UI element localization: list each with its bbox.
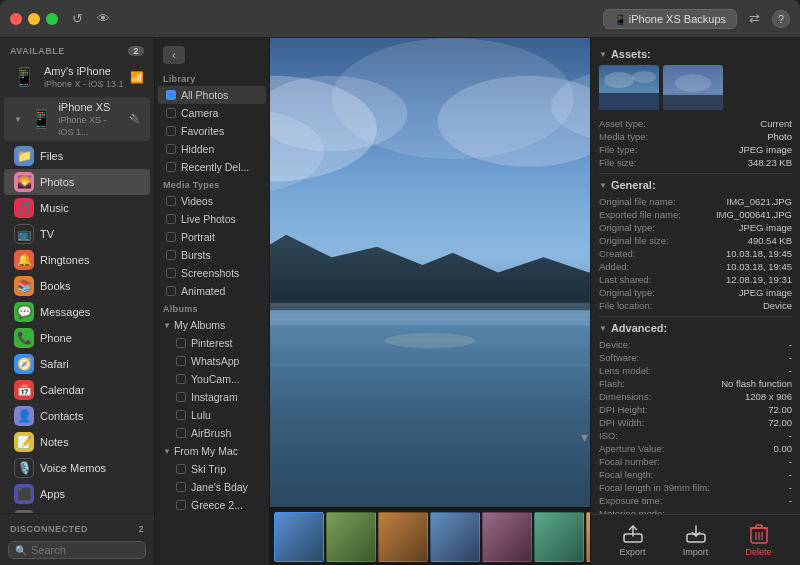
advanced-arrow: ▼ xyxy=(599,324,607,333)
focal-length-row: Focal length: - xyxy=(599,469,792,480)
contacts-app-icon: 👤 xyxy=(14,406,34,426)
right-panel-actions: Export Import xyxy=(591,514,800,565)
photo-viewer[interactable]: ▾ xyxy=(270,38,590,507)
nav-sub-instagram[interactable]: Instagram xyxy=(158,388,266,406)
export-button[interactable]: Export xyxy=(619,523,647,557)
favorites-check xyxy=(166,126,176,136)
lulu-check xyxy=(176,410,186,420)
svg-rect-20 xyxy=(663,95,723,110)
software-row: Software: - xyxy=(599,352,792,363)
nav-item-live-photos[interactable]: Live Photos xyxy=(158,210,266,228)
delete-button[interactable]: Delete xyxy=(745,523,773,557)
nav-sub-pinterest[interactable]: Pinterest xyxy=(158,334,266,352)
general-arrow: ▼ xyxy=(599,181,607,190)
favorites-label: Favorites xyxy=(181,125,224,137)
asset-thumb-2[interactable] xyxy=(663,65,723,110)
sidebar-item-phone[interactable]: 📞 Phone xyxy=(4,325,150,351)
airbrush-check xyxy=(176,428,186,438)
nav-item-hidden[interactable]: Hidden xyxy=(158,140,266,158)
sidebar: AVAILABLE 2 📱 Amy's iPhone iPhone X - iO… xyxy=(0,38,155,565)
minimize-button[interactable] xyxy=(28,13,40,25)
sidebar-item-calendar[interactable]: 📅 Calendar xyxy=(4,377,150,403)
nav-sub-ski-trip[interactable]: Ski Trip xyxy=(158,460,266,478)
focal-35-row: Focal length in 39mm film: - xyxy=(599,482,792,493)
sidebar-item-tv[interactable]: 📺 TV xyxy=(4,221,150,247)
phone-app-icon: 📞 xyxy=(14,328,34,348)
nav-sub-youcam[interactable]: YouCam... xyxy=(158,370,266,388)
svg-rect-12 xyxy=(270,394,590,396)
search-bar[interactable]: 🔍 xyxy=(8,541,146,559)
nav-sub-airbrush[interactable]: AirBrush xyxy=(158,424,266,442)
thumb-1[interactable] xyxy=(274,512,324,562)
my-albums-expand[interactable]: ▼ My Albums xyxy=(155,316,269,334)
thumb-4[interactable] xyxy=(430,512,480,562)
thumb-3[interactable] xyxy=(378,512,428,562)
videos-label: Videos xyxy=(181,195,213,207)
from-mac-expand[interactable]: ▼ From My Mac xyxy=(155,442,269,460)
scroll-down-arrow[interactable]: ▾ xyxy=(581,429,588,445)
sidebar-item-iphone-xs[interactable]: ▼ 📱 iPhone XS iPhone XS - iOS 1... 🔌 xyxy=(4,97,150,141)
safari-app-icon: 🧭 xyxy=(14,354,34,374)
sidebar-item-books[interactable]: 📚 Books xyxy=(4,273,150,299)
youcam-label: YouCam... xyxy=(191,373,240,385)
nav-item-animated[interactable]: Animated xyxy=(158,282,266,300)
nav-item-favorites[interactable]: Favorites xyxy=(158,122,266,140)
close-button[interactable] xyxy=(10,13,22,25)
nav-item-all-photos[interactable]: All Photos xyxy=(158,86,266,104)
assets-section-header: ▼ Assets: xyxy=(599,48,792,60)
wifi-icon: 📶 xyxy=(130,71,144,84)
general-section-header: ▼ General: xyxy=(599,179,792,191)
svg-rect-16 xyxy=(599,93,659,110)
thumb-2[interactable] xyxy=(326,512,376,562)
right-panel: ▼ Assets: xyxy=(590,38,800,565)
nav-sub-lulu[interactable]: Lulu xyxy=(158,406,266,424)
videos-check xyxy=(166,196,176,206)
titlebar-center: 📱 iPhone XS Backups ⇄ ? xyxy=(114,9,790,29)
exposure-row: Exposure time: - xyxy=(599,495,792,506)
whatsapp-label: WhatsApp xyxy=(191,355,239,367)
sidebar-item-files[interactable]: 📁 Files xyxy=(4,143,150,169)
sidebar-item-notes[interactable]: 📝 Notes xyxy=(4,429,150,455)
iphone-backups-button[interactable]: 📱 iPhone XS Backups xyxy=(603,9,737,29)
help-button[interactable]: ? xyxy=(772,10,790,28)
main-layout: AVAILABLE 2 📱 Amy's iPhone iPhone X - iO… xyxy=(0,38,800,565)
sidebar-item-music[interactable]: 🎵 Music xyxy=(4,195,150,221)
recently-deleted-label: Recently Del... xyxy=(181,161,249,173)
sidebar-item-photos[interactable]: 🌄 Photos xyxy=(4,169,150,195)
file-type-row: File type: JPEG image xyxy=(599,144,792,155)
view-button[interactable]: 👁 xyxy=(93,9,114,28)
apps-app-icon: ⬛ xyxy=(14,484,34,504)
notes-app-icon: 📝 xyxy=(14,432,34,452)
sidebar-item-messages[interactable]: 💬 Messages xyxy=(4,299,150,325)
nav-item-videos[interactable]: Videos xyxy=(158,192,266,210)
dpi-width-row: DPI Width: 72.00 xyxy=(599,417,792,428)
nav-item-portrait[interactable]: Portrait xyxy=(158,228,266,246)
nav-item-bursts[interactable]: Bursts xyxy=(158,246,266,264)
iphone-icon: 📱 xyxy=(10,63,38,91)
search-input[interactable] xyxy=(31,544,139,556)
nav-item-recently-deleted[interactable]: Recently Del... xyxy=(158,158,266,176)
asset-thumb-1[interactable] xyxy=(599,65,659,110)
sidebar-item-contacts[interactable]: 👤 Contacts xyxy=(4,403,150,429)
sidebar-item-safari[interactable]: 🧭 Safari xyxy=(4,351,150,377)
nav-sub-whatsapp[interactable]: WhatsApp xyxy=(158,352,266,370)
nav-back-button[interactable]: ‹ xyxy=(163,46,185,64)
sidebar-item-apps[interactable]: ⬛ Apps xyxy=(4,481,150,507)
thumb-5[interactable] xyxy=(482,512,532,562)
sidebar-item-voice-memos[interactable]: 🎙️ Voice Memos xyxy=(4,455,150,481)
all-photos-label: All Photos xyxy=(181,89,228,101)
nav-item-screenshots[interactable]: Screenshots xyxy=(158,264,266,282)
nav-sub-janes-bday[interactable]: Jane's Bday xyxy=(158,478,266,496)
import-button[interactable]: Import xyxy=(682,523,710,557)
nav-sub-greece[interactable]: Greece 2... xyxy=(158,496,266,514)
orig-mediatype-row: Original type: JPEG image xyxy=(599,222,792,233)
maximize-button[interactable] xyxy=(46,13,58,25)
refresh-button[interactable]: ↺ xyxy=(68,9,87,28)
nav-item-camera[interactable]: Camera xyxy=(158,104,266,122)
sidebar-item-amys-iphone[interactable]: 📱 Amy's iPhone iPhone X - iOS 13.1 📶 xyxy=(0,59,154,95)
transfer-button[interactable]: ⇄ xyxy=(745,9,764,28)
ski-trip-check xyxy=(176,464,186,474)
thumb-6[interactable] xyxy=(534,512,584,562)
sidebar-item-ringtones[interactable]: 🔔 Ringtones xyxy=(4,247,150,273)
photo-main: ▾ xyxy=(270,38,590,565)
